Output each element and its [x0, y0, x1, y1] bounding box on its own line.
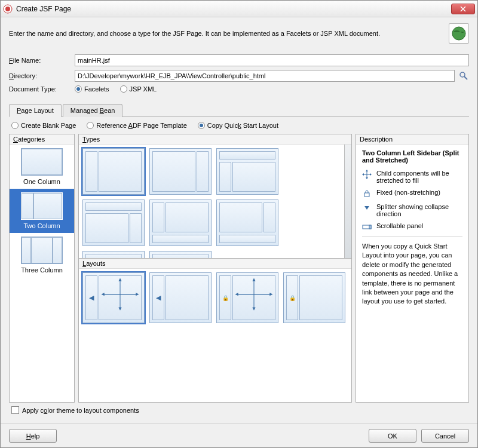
type-thumb-5[interactable]: [149, 200, 212, 246]
description-column: Description Two Column Left Sidebar (Spl…: [356, 134, 469, 403]
types-layouts-column: TypesTypes LayoutsLayouts: [78, 134, 352, 403]
legend-splitter: Splitter showing collapse direction: [362, 203, 462, 217]
svg-marker-25: [364, 206, 369, 210]
legend-stretch: Child components will be stretched to fi…: [362, 170, 462, 184]
types-header: TypesTypes: [79, 134, 351, 145]
main-area: CategoriesCategories One Column Two Colu…: [9, 134, 469, 403]
legend-fixed-text: Fixed (non-stretching): [376, 189, 440, 196]
page-type-icon: [449, 23, 469, 44]
svg-rect-24: [364, 193, 369, 197]
browse-directory-button[interactable]: [458, 70, 469, 81]
layout-options-row: Create Blank Page Reference ADF Page Tem…: [9, 117, 469, 134]
dialog-content: Enter the name and directory, and choose…: [1, 17, 477, 424]
type-thumb-6[interactable]: [216, 200, 278, 246]
dialog-button-row: HelpHelp OK Cancel: [1, 424, 477, 447]
titlebar-title: Create JSF Page: [16, 5, 451, 13]
document-type-row: Document Type: Facelets JSP XML: [9, 85, 469, 93]
svg-point-4: [460, 72, 465, 77]
legend-scrollable-text: Scrollable panel: [376, 222, 423, 229]
svg-line-5: [464, 76, 467, 79]
svg-rect-27: [369, 225, 371, 229]
tab-managed-bean[interactable]: Managed BeanManaged Bean: [63, 104, 123, 117]
svg-marker-15: [252, 308, 255, 311]
types-scrollbar[interactable]: [344, 145, 351, 258]
category-three-column[interactable]: Three Column: [10, 233, 74, 277]
legend-scrollable: Scrollable panel: [362, 222, 462, 232]
facelets-radio[interactable]: Facelets: [75, 85, 109, 93]
instruction-text: Enter the name and directory, and choose…: [9, 30, 449, 37]
cancel-button[interactable]: Cancel: [421, 429, 469, 443]
layouts-body: ◀ ◀ 🔒: [79, 269, 351, 327]
type-thumb-8[interactable]: [149, 251, 212, 258]
reference-template-radio[interactable]: Reference ADF Page TemplateReference ADF…: [87, 122, 186, 129]
directory-row: Directory:Directory:: [9, 70, 469, 82]
categories-header: CategoriesCategories: [10, 134, 74, 145]
apply-theme-checkbox[interactable]: [11, 406, 19, 414]
type-thumb-3[interactable]: [216, 148, 278, 195]
directory-label: Directory:Directory:: [9, 72, 75, 79]
legend-stretch-text: Child components will be stretched to fi…: [376, 170, 462, 184]
layouts-section: LayoutsLayouts ◀ ◀ �: [79, 258, 351, 327]
svg-marker-21: [366, 177, 368, 179]
close-button[interactable]: [451, 4, 475, 14]
search-icon: [459, 71, 468, 81]
lock-icon: [362, 189, 372, 198]
legend-fixed: Fixed (non-stretching): [362, 189, 462, 198]
description-body: Two Column Left Sidebar (Split and Stret…: [356, 145, 468, 311]
type-thumb-4[interactable]: [82, 200, 145, 246]
svg-marker-17: [269, 293, 272, 296]
jspxml-radio[interactable]: JSP XML: [120, 85, 157, 93]
oracle-icon: [3, 4, 13, 14]
type-thumb-1[interactable]: [82, 148, 145, 195]
stretch-icon: [362, 170, 372, 179]
svg-marker-10: [102, 293, 105, 296]
titlebar: Create JSF Page: [1, 1, 477, 17]
tab-page-layout[interactable]: Page Page LayoutLayout: [9, 104, 62, 117]
create-blank-radio[interactable]: Create Blank Page: [11, 122, 76, 129]
layout-thumb-3[interactable]: 🔒: [216, 272, 278, 323]
document-type-label: Document Type:: [9, 85, 75, 93]
svg-marker-23: [370, 173, 372, 176]
tabs-row: Page Page LayoutLayout Managed BeanManag…: [9, 103, 469, 117]
category-two-column[interactable]: Two Column: [10, 189, 74, 233]
chevron-down-icon: [362, 203, 372, 213]
type-thumb-2[interactable]: [149, 148, 212, 195]
svg-marker-22: [362, 173, 364, 176]
layouts-header: LayoutsLayouts: [79, 259, 351, 269]
types-body: [79, 145, 344, 258]
jspxml-label: JSP XML: [130, 85, 157, 93]
document-type-group: Facelets JSP XML: [75, 85, 157, 93]
svg-marker-14: [252, 278, 255, 281]
file-name-input[interactable]: [75, 54, 469, 66]
type-thumb-7[interactable]: [82, 251, 145, 258]
description-header: Description: [356, 134, 468, 145]
help-button[interactable]: HelpHelp: [9, 429, 57, 443]
legend-splitter-text: Splitter showing collapse direction: [376, 203, 462, 217]
ok-button[interactable]: OK: [369, 429, 416, 443]
apply-theme-row: Apply color theme to layout componentsAp…: [9, 403, 469, 418]
description-title: Two Column Left Sidebar (Split and Stret…: [362, 149, 462, 164]
create-blank-label: Create Blank Page: [21, 122, 76, 129]
svg-marker-11: [136, 293, 139, 296]
svg-point-1: [5, 7, 10, 11]
categories-column: CategoriesCategories One Column Two Colu…: [9, 134, 75, 403]
copy-quick-start-radio[interactable]: Copy Quick Start LayoutCopy Quick Start …: [198, 122, 278, 129]
create-jsf-page-dialog: Create JSF Page Enter the name and direc…: [0, 0, 478, 448]
category-one-label: One Column: [13, 178, 71, 185]
facelets-label: Facelets: [84, 85, 109, 93]
file-name-row: File File Name:Name:: [9, 54, 469, 66]
layout-thumb-2[interactable]: ◀: [149, 272, 212, 323]
layout-thumb-4[interactable]: 🔒: [283, 272, 345, 323]
scroll-panel-icon: [362, 222, 372, 232]
svg-marker-20: [366, 170, 368, 171]
instruction-row: Enter the name and directory, and choose…: [9, 23, 469, 44]
description-divider: [362, 237, 462, 237]
layout-thumb-1[interactable]: ◀: [82, 272, 145, 323]
category-three-label: Three Column: [13, 266, 71, 274]
category-one-column[interactable]: One Column: [10, 145, 74, 189]
file-name-label: File File Name:Name:: [9, 57, 75, 64]
svg-marker-16: [235, 293, 238, 296]
svg-marker-9: [118, 308, 121, 311]
category-two-label: Two Column: [13, 222, 71, 229]
directory-input[interactable]: [75, 70, 455, 82]
